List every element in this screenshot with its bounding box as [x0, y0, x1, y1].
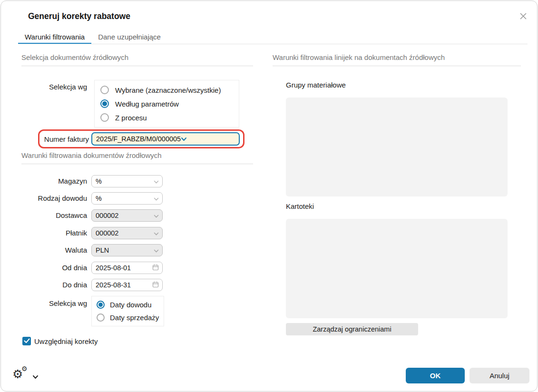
- radio-option-daty-dowodu[interactable]: Daty dowodu: [92, 301, 164, 309]
- dostawca-value: 000002: [96, 212, 154, 219]
- rodzaj-dowodu-label: Rodzaj dowodu: [21, 192, 87, 205]
- dostawca-select[interactable]: 000002: [91, 209, 163, 222]
- radio-option-label: Z procesu: [115, 114, 147, 122]
- invoice-number-combobox[interactable]: 2025/F_RABZB/M0/000005: [91, 132, 240, 146]
- chevron-down-icon: [154, 177, 159, 185]
- close-button[interactable]: [517, 10, 530, 24]
- material-groups-label: Grupy materiałowe: [286, 81, 346, 89]
- radio-option-z-procesu[interactable]: Z procesu: [95, 113, 239, 122]
- platnik-value: 000002: [96, 229, 154, 237]
- tab-warunki-filtrowania[interactable]: Warunki filtrowania: [18, 31, 91, 44]
- platnik-select[interactable]: 000002: [91, 227, 163, 239]
- radio-unselected-icon: [97, 314, 105, 322]
- checkmark-icon: [24, 337, 30, 345]
- radio-option-label: Daty dowodu: [110, 301, 152, 309]
- do-dnia-date-input[interactable]: 2025-08-31: [91, 279, 163, 291]
- section-header-source-documents: Selekcja dokumentów źródłowych: [21, 53, 253, 66]
- radio-unselected-icon: [100, 113, 109, 122]
- radio-option-label: Wybrane (zaznaczone/wszystkie): [115, 86, 221, 94]
- settings-chevron-down-icon[interactable]: [32, 372, 39, 381]
- waluta-value: PLN: [96, 246, 154, 254]
- material-groups-listbox[interactable]: [286, 98, 508, 196]
- rodzaj-dowodu-value: %: [96, 195, 154, 202]
- platnik-label: Płatnik: [21, 227, 87, 239]
- generate-discount-corrections-dialog: Generuj korekty rabatowe Warunki filtrow…: [0, 0, 538, 392]
- radio-option-daty-sprzedazy[interactable]: Daty sprzedaży: [92, 314, 164, 322]
- waluta-label: Waluta: [21, 244, 87, 256]
- dostawca-label: Dostawca: [21, 209, 87, 222]
- radio-option-label: Daty sprzedaży: [110, 314, 159, 322]
- magazyn-select[interactable]: %: [91, 175, 163, 187]
- radio-option-label: Według parametrów: [115, 100, 179, 108]
- do-dnia-label: Do dnia: [21, 279, 87, 291]
- waluta-select[interactable]: PLN: [91, 244, 163, 256]
- selection-by-label: Selekcja wg: [21, 83, 87, 91]
- selection-radio-group: Wybrane (zaznaczone/wszystkie) Według pa…: [94, 80, 239, 127]
- section-header-document-filters: Warunki filtrowania dokumentów źrodłowyc…: [21, 151, 253, 164]
- radio-selected-icon: [100, 99, 109, 108]
- cancel-button[interactable]: Anuluj: [470, 368, 529, 383]
- manage-restrictions-button[interactable]: Zarządzaj ograniczeniami: [286, 323, 418, 335]
- radio-option-wedlug-parametrow[interactable]: Według parametrów: [95, 99, 239, 108]
- ok-button[interactable]: OK: [406, 368, 465, 383]
- date-selection-radio-group: Daty dowodu Daty sprzedaży: [91, 296, 164, 326]
- chevron-down-icon: [181, 135, 187, 143]
- catalogs-listbox[interactable]: [286, 219, 508, 318]
- close-icon: [518, 11, 528, 23]
- calendar-icon: [152, 281, 159, 289]
- od-dnia-date-input[interactable]: 2025-08-01: [91, 262, 163, 274]
- tab-dane-uzupelniajace[interactable]: Dane uzupełniające: [91, 31, 167, 44]
- include-corrections-label: Uwzględniaj korekty: [34, 337, 98, 345]
- gear-small-icon: ⚙: [21, 365, 28, 372]
- od-dnia-label: Od dnia: [21, 262, 87, 274]
- chevron-down-icon: [154, 229, 159, 237]
- include-corrections-checkbox[interactable]: [22, 337, 31, 345]
- tab-bar: Warunki filtrowania Dane uzupełniające: [18, 31, 167, 44]
- invoice-number-label: Numer faktury: [21, 133, 89, 146]
- chevron-down-icon: [154, 195, 159, 202]
- calendar-icon: [152, 264, 159, 272]
- chevron-down-icon: [154, 212, 159, 219]
- tab-divider: [18, 44, 528, 44]
- radio-option-wybrane[interactable]: Wybrane (zaznaczone/wszystkie): [95, 86, 239, 94]
- invoice-number-value: 2025/F_RABZB/M0/000005: [96, 135, 181, 143]
- section-header-line-filters: Warunki filtrowania linijek na dokumenta…: [273, 53, 521, 66]
- chevron-down-icon: [154, 246, 159, 254]
- catalogs-label: Kartoteki: [286, 202, 314, 210]
- radio-unselected-icon: [100, 86, 109, 94]
- date-selection-by-label: Selekcja wg: [21, 299, 87, 307]
- magazyn-value: %: [96, 177, 154, 185]
- od-dnia-value: 2025-08-01: [96, 264, 152, 272]
- rodzaj-dowodu-select[interactable]: %: [91, 192, 163, 205]
- radio-selected-icon: [97, 301, 105, 309]
- do-dnia-value: 2025-08-31: [96, 281, 152, 289]
- magazyn-label: Magazyn: [21, 175, 87, 187]
- dialog-title: Generuj korekty rabatowe: [28, 11, 130, 21]
